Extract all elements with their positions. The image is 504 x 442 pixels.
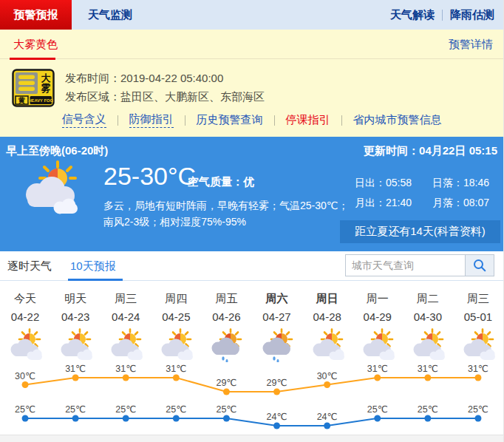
tab-hourly-weather[interactable]: 逐时天气 [7,251,52,280]
day-date: 04-22 [0,307,50,327]
svg-text:31℃: 31℃ [65,364,86,374]
svg-text:30℃: 30℃ [15,371,35,381]
temperature-range: 25-30°C [103,162,196,191]
sunrise-time: 日出：05:58 [355,177,432,190]
link-weather-interpretation[interactable]: 天气解读 [390,8,435,22]
city-weather-search [345,254,494,276]
cloudy-sun-icon [353,327,403,364]
forecast-day-column[interactable]: 周四04-25 [151,290,201,364]
link-class-suspension-guide[interactable]: 停课指引 [286,113,330,127]
publish-time: 发布时间：2019-04-22 05:40:00 [65,72,223,86]
link-province-city-warnings[interactable]: 省内城市预警信息 [353,113,442,127]
alert-tab-underline [10,58,55,60]
day-name: 周一 [353,290,403,307]
alert-tab-row: 大雾黄色 预警详情 [0,30,503,59]
bottom-strip [0,435,503,442]
forecast-day-column[interactable]: 周二04-30 [403,290,453,364]
svg-text:31℃: 31℃ [367,364,388,374]
cloudy-sun-icon [50,327,101,364]
day-date: 04-28 [302,307,353,327]
day-date: 04-25 [151,307,201,327]
fog-level-text: 黄 [18,96,26,104]
svg-text:25℃: 25℃ [216,404,236,415]
rain-sun-icon [201,327,251,364]
cloudy-sun-icon [403,327,453,364]
svg-text:25℃: 25℃ [468,404,488,415]
day-date: 04-23 [50,307,101,327]
svg-text:25℃: 25℃ [367,404,388,415]
links-divider [341,115,342,126]
forecast-grid: 今天04-22明天04-23周三04-24周四04-25周五04-26周六04-… [0,281,503,364]
fog-char-1: 大 [41,72,52,84]
day-name: 周三 [101,290,151,307]
day-name: 周二 [403,290,453,307]
day-date: 04-24 [101,307,151,327]
link-defense-guide[interactable]: 防御指引 [129,112,174,128]
cloudy-sun-icon [101,327,151,364]
nav-divider [442,10,443,21]
cloudy-sun-icon [453,327,503,364]
svg-text:31℃: 31℃ [468,364,488,374]
day-date: 04-30 [403,307,453,327]
svg-text:25℃: 25℃ [115,404,136,415]
tab-weather-monitor[interactable]: 天气监测 [88,0,132,30]
update-time: 更新时间：04月22日 05:15 [364,144,497,158]
heavy-fog-warning-icon: 大 雾 黄 HEAVY FOG [12,69,55,107]
weather-description-line1: 多云，局地有短时阵雨，早晚有轻雾；气温25-30℃； [103,200,349,213]
day-date: 04-27 [251,307,302,327]
link-alert-details[interactable]: 预警详情 [449,30,493,58]
weather-page: 预警预报 天气监测 天气解读 降雨估测 大雾黄色 预警详情 大 雾 黄 [0,0,504,442]
tab-warning-forecast[interactable]: 预警预报 [0,0,72,30]
svg-text:31℃: 31℃ [166,364,186,374]
alert-links-row: 信号含义 防御指引 历史预警查询 停课指引 省内城市预警信息 [0,112,503,128]
day-name: 周六 [251,290,302,307]
forecast-day-column[interactable]: 周六04-27 [251,290,302,364]
forecast-day-column[interactable]: 周五04-26 [201,290,251,364]
forecast-day-column[interactable]: 今天04-22 [0,290,50,364]
moonset-time: 月落：08:07 [432,197,489,210]
search-button[interactable] [465,254,494,276]
top-nav: 预警预报 天气监测 天气解读 降雨估测 [0,0,503,30]
fog-footer-text: HEAVY FOG [28,98,53,103]
day-date: 04-26 [201,307,251,327]
links-divider [118,115,118,126]
svg-text:25℃: 25℃ [15,404,35,415]
link-history-warning-query[interactable]: 历史预警查询 [197,113,263,127]
svg-text:25℃: 25℃ [166,404,186,415]
svg-text:30℃: 30℃ [317,371,338,381]
cloudy-sun-icon [151,327,201,364]
svg-text:29℃: 29℃ [267,378,287,388]
current-weather-cloudy-sun-icon [18,159,89,218]
tab-fog-yellow-alert[interactable]: 大雾黄色 [13,30,58,58]
svg-text:24℃: 24℃ [317,412,338,422]
tab-ten-day-forecast[interactable]: 10天预报 [70,251,116,280]
forecast-day-column[interactable]: 周三04-24 [101,290,151,364]
alert-section: 大雾黄色 预警详情 大 雾 黄 HEAVY FOG 发布时间：2019-04-2… [0,30,503,137]
day-name: 周三 [453,290,503,307]
forecast-day-column[interactable]: 周日04-28 [302,290,353,364]
solar-term-countdown-badge[interactable]: 距立夏还有14天(科普资料) [340,220,500,243]
sun-moon-times: 日出：05:58 日落：18:46 月出：21:40 月落：08:07 [355,177,489,210]
day-name: 明天 [50,290,101,307]
day-name: 今天 [0,290,50,307]
svg-text:29℃: 29℃ [216,378,236,388]
rain-sun-icon [251,327,302,364]
svg-text:25℃: 25℃ [418,404,438,415]
svg-text:24℃: 24℃ [267,412,287,422]
publish-area: 发布区域：盐田区、大鹏新区、东部海区 [65,90,265,104]
cloudy-sun-icon [0,327,50,364]
search-icon [472,258,487,273]
link-rain-estimate[interactable]: 降雨估测 [450,8,494,22]
day-name: 周五 [201,290,251,307]
top-nav-links: 天气解读 降雨估测 [390,0,494,30]
forecast-day-column[interactable]: 周三05-01 [453,290,503,364]
forecast-day-column[interactable]: 周一04-29 [353,290,403,364]
forecast-day-column[interactable]: 明天04-23 [50,290,101,364]
air-quality: 空气质量：优 [188,175,254,189]
link-signal-meaning[interactable]: 信号含义 [62,112,106,128]
svg-text:31℃: 31℃ [418,364,438,374]
fog-char-2: 雾 [41,83,51,94]
search-input[interactable] [345,254,465,276]
day-name: 周日 [302,290,353,307]
cloudy-sun-icon [302,327,353,364]
